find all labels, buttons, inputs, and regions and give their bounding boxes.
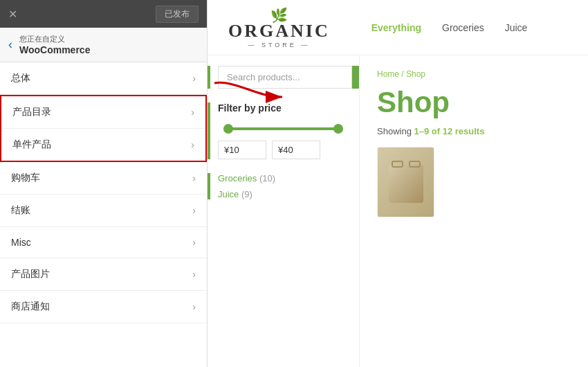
search-input[interactable] [218,66,352,89]
results-count-highlight: 1–9 of 12 results [414,126,484,136]
left-panel: ✕ 已发布 ‹ 您正在自定义 WooCommerce 总体 › 产品目录 › 单… [0,0,208,367]
chevron-icon: › [191,107,194,118]
customizing-bar: ‹ 您正在自定义 WooCommerce [0,28,207,62]
menu-item-misc[interactable]: Misc › [0,227,207,258]
category-groceries[interactable]: Groceries (10) [218,173,349,184]
main-nav: Everything Groceries Juice [371,22,528,33]
menu-item-产品目录[interactable]: 产品目录 › [1,96,205,129]
chevron-icon: › [192,205,196,216]
category-count-groceries: (10) [259,173,275,184]
categories-widget: Groceries (10) Juice (9) [218,173,349,199]
price-max-input[interactable] [272,141,320,159]
svg-rect-4 [389,165,423,203]
category-link-juice[interactable]: Juice [218,189,239,199]
sidebar-widgets: Filter by price Groceries (10) Juice [208,55,360,367]
logo-text: ORGANIC [228,21,330,42]
nav-juice[interactable]: Juice [505,22,528,33]
category-juice[interactable]: Juice (9) [218,189,349,199]
logo-sub: — STORE — [248,42,310,48]
results-count: Showing 1–9 of 12 results [377,126,571,136]
menu-item-购物车[interactable]: 购物车 › [0,162,207,195]
chevron-icon: › [192,301,196,312]
menu-item-总体[interactable]: 总体 › [0,62,207,95]
shop-area: Home / Shop Shop Showing 1–9 of 12 resul… [360,55,588,367]
search-bar [218,66,349,89]
category-link-groceries[interactable]: Groceries [218,173,257,184]
filter-title: Filter by price [218,102,349,114]
price-slider-min-thumb[interactable] [223,124,233,134]
price-filter: Filter by price [218,102,349,159]
chevron-icon: › [192,172,196,184]
category-count-juice: (9) [241,189,252,199]
menu-item-产品图片[interactable]: 产品图片 › [0,258,207,291]
price-slider-track[interactable] [223,127,343,130]
site-header: 🌿 ORGANIC — STORE — Everything Groceries… [208,0,588,55]
logo: 🌿 ORGANIC — STORE — [228,7,330,48]
price-inputs [218,141,349,159]
back-button[interactable]: ‹ [8,37,12,52]
chevron-icon: › [192,237,196,248]
published-button[interactable]: 已发布 [156,6,199,23]
product-image [378,147,434,217]
close-button[interactable]: ✕ [8,8,17,21]
shop-title: Shop [377,86,571,119]
customizing-title: WooCommerce [19,44,90,55]
chevron-icon: › [192,269,196,280]
price-min-input[interactable] [218,141,266,159]
nav-groceries[interactable]: Groceries [442,22,484,33]
chevron-icon: › [191,139,194,150]
customizing-subtitle: 您正在自定义 [19,34,90,44]
search-button[interactable] [352,66,360,89]
main-content: Filter by price Groceries (10) Juice [208,55,588,367]
right-panel: 🌿 ORGANIC — STORE — Everything Groceries… [208,0,588,367]
product-grid [377,147,571,217]
price-slider-max-thumb[interactable] [333,124,343,134]
nav-everything[interactable]: Everything [371,22,421,33]
top-bar: ✕ 已发布 [0,0,207,28]
product-card[interactable] [377,147,434,217]
menu-list: 总体 › 产品目录 › 单件产品 › 购物车 › 结账 › Misc › [0,62,207,367]
search-widget [218,66,349,89]
customizing-info: 您正在自定义 WooCommerce [19,34,90,55]
breadcrumb: Home / Shop [377,69,571,79]
menu-item-商店通知[interactable]: 商店通知 › [0,291,207,323]
menu-item-结账[interactable]: 结账 › [0,195,207,227]
menu-item-单件产品[interactable]: 单件产品 › [1,129,205,161]
chevron-icon: › [192,73,196,84]
